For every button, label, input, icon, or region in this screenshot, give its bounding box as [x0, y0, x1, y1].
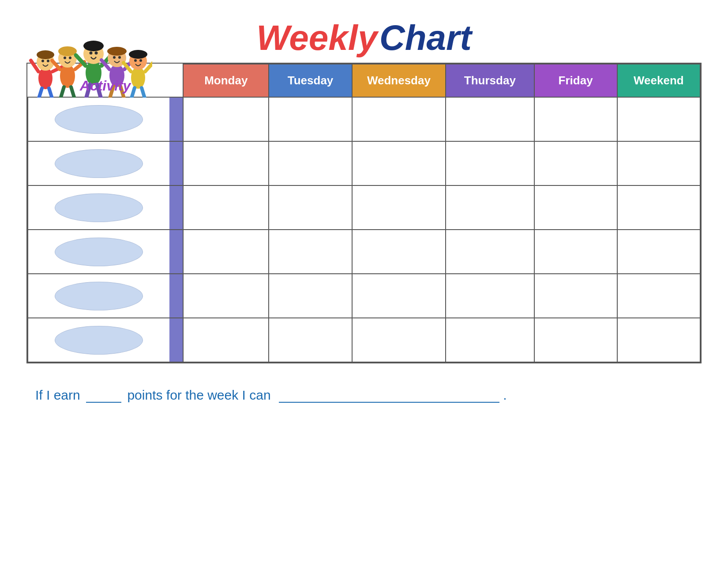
- thursday-cell-1[interactable]: [446, 97, 534, 141]
- table-row: [28, 185, 700, 230]
- points-blank[interactable]: [86, 402, 121, 403]
- svg-point-24: [83, 41, 104, 51]
- table-row: [28, 97, 700, 141]
- title-weekly: Weekly: [256, 18, 377, 57]
- purple-bar: [169, 230, 183, 273]
- svg-point-43: [118, 56, 121, 59]
- footer-before: If I earn: [35, 388, 80, 402]
- friday-cell-5[interactable]: [534, 274, 617, 318]
- reward-blank[interactable]: [279, 402, 499, 403]
- footer-text: If I earn points for the week I can .: [26, 388, 702, 403]
- wednesday-cell-2[interactable]: [352, 141, 446, 185]
- thursday-cell-5[interactable]: [446, 274, 534, 318]
- purple-bar: [169, 142, 183, 185]
- thursday-cell-6[interactable]: [446, 318, 534, 362]
- purple-bar: [169, 318, 183, 362]
- svg-point-54: [139, 59, 142, 62]
- friday-header: Friday: [534, 64, 617, 97]
- monday-cell-2[interactable]: [183, 141, 269, 185]
- friday-cell-4[interactable]: [534, 230, 617, 274]
- weekend-cell-5[interactable]: [617, 274, 700, 318]
- activity-cell-1: [28, 97, 183, 141]
- thursday-cell-2[interactable]: [446, 141, 534, 185]
- purple-bar: [169, 98, 183, 141]
- wednesday-cell-5[interactable]: [352, 274, 446, 318]
- weekend-cell-4[interactable]: [617, 230, 700, 274]
- svg-point-20: [64, 57, 66, 59]
- tuesday-cell-6[interactable]: [269, 318, 352, 362]
- friday-cell-1[interactable]: [534, 97, 617, 141]
- thursday-cell-3[interactable]: [446, 185, 534, 230]
- friday-cell-2[interactable]: [534, 141, 617, 185]
- tuesday-cell-3[interactable]: [269, 185, 352, 230]
- activity-oval-6: [55, 326, 143, 355]
- table-row: [28, 230, 700, 274]
- activity-oval-2: [55, 149, 143, 178]
- thursday-header: Thursday: [446, 64, 534, 97]
- activity-label: Activity: [28, 78, 183, 94]
- svg-point-31: [90, 52, 93, 55]
- wednesday-cell-4[interactable]: [352, 230, 446, 274]
- activity-cell-6: [28, 318, 183, 362]
- svg-point-10: [47, 60, 49, 62]
- weekend-cell-2[interactable]: [617, 141, 700, 185]
- wednesday-cell-3[interactable]: [352, 185, 446, 230]
- footer-middle: points for the week I can: [127, 388, 270, 402]
- svg-point-35: [107, 47, 127, 56]
- svg-point-2: [37, 50, 54, 59]
- activity-cell-2: [28, 141, 183, 185]
- svg-point-32: [95, 52, 98, 55]
- weekend-header: Weekend: [617, 64, 700, 97]
- chart-wrapper: Activity Monday Tuesday Wednesday Thursd…: [26, 63, 702, 363]
- friday-cell-3[interactable]: [534, 185, 617, 230]
- svg-point-46: [129, 50, 147, 59]
- activity-oval-3: [55, 193, 143, 222]
- wednesday-cell-6[interactable]: [352, 318, 446, 362]
- thursday-cell-4[interactable]: [446, 230, 534, 274]
- svg-point-53: [134, 59, 137, 62]
- activity-oval-5: [55, 282, 143, 310]
- activity-oval-4: [55, 238, 143, 266]
- monday-cell-1[interactable]: [183, 97, 269, 141]
- friday-cell-6[interactable]: [534, 318, 617, 362]
- table-row: [28, 318, 700, 362]
- activity-oval-1: [55, 105, 143, 134]
- monday-cell-5[interactable]: [183, 274, 269, 318]
- svg-point-42: [113, 56, 116, 59]
- weekend-cell-1[interactable]: [617, 97, 700, 141]
- svg-point-21: [69, 57, 71, 59]
- tuesday-header: Tuesday: [269, 64, 352, 97]
- monday-cell-4[interactable]: [183, 230, 269, 274]
- purple-bar: [169, 274, 183, 317]
- activity-cell-5: [28, 274, 183, 318]
- weekly-chart: Activity Monday Tuesday Wednesday Thursd…: [26, 63, 702, 363]
- table-row: [28, 141, 700, 185]
- tuesday-cell-1[interactable]: [269, 97, 352, 141]
- svg-point-9: [41, 60, 44, 62]
- purple-bar: [169, 186, 183, 229]
- wednesday-cell-1[interactable]: [352, 97, 446, 141]
- weekend-cell-6[interactable]: [617, 318, 700, 362]
- monday-cell-3[interactable]: [183, 185, 269, 230]
- wednesday-header: Wednesday: [352, 64, 446, 97]
- activity-cell-4: [28, 230, 183, 274]
- monday-cell-6[interactable]: [183, 318, 269, 362]
- tuesday-cell-4[interactable]: [269, 230, 352, 274]
- monday-header: Monday: [183, 64, 269, 97]
- activity-header: Activity: [28, 64, 183, 97]
- activity-cell-3: [28, 185, 183, 230]
- weekend-cell-3[interactable]: [617, 185, 700, 230]
- table-row: [28, 274, 700, 318]
- title-chart: Chart: [379, 18, 472, 57]
- footer-after: .: [503, 388, 507, 402]
- tuesday-cell-2[interactable]: [269, 141, 352, 185]
- tuesday-cell-5[interactable]: [269, 274, 352, 318]
